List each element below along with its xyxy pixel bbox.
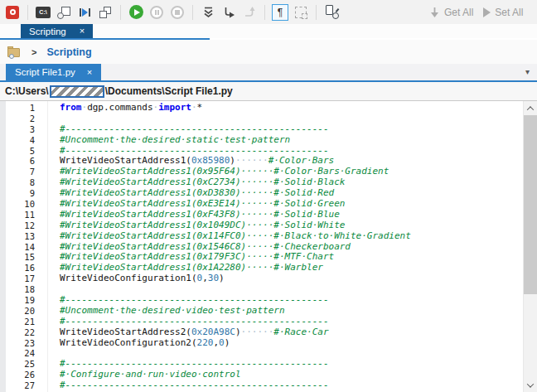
step-out-button[interactable] — [241, 3, 258, 22]
line-number: 2 — [0, 114, 35, 124]
new-window-button[interactable] — [97, 3, 114, 22]
step-over-button[interactable] — [220, 3, 237, 22]
tab-script-file[interactable]: Script File1.py × — [6, 64, 101, 80]
line-number: 26 — [0, 370, 35, 380]
step-over-icon — [222, 6, 235, 18]
line-number: 12 — [0, 220, 35, 231]
tab-scripting[interactable]: Scripting × — [21, 24, 93, 38]
code-text: WriteVideoConfiguration2(220,0) — [60, 338, 230, 349]
code-text: from·dgp.commands·import·* — [60, 103, 202, 114]
close-icon[interactable]: × — [80, 27, 85, 36]
toolbar-separator — [120, 5, 121, 20]
line-number: 15 — [0, 252, 35, 263]
toolbar-separator — [316, 5, 317, 20]
find-in-document-icon — [325, 5, 339, 19]
code-line[interactable]: 17WriteVideoConfiguration1(0,30) — [0, 273, 523, 284]
run-button[interactable] — [128, 3, 144, 22]
line-number: 9 — [0, 188, 35, 199]
line-number: 4 — [0, 135, 35, 146]
toolbar-separator — [192, 5, 193, 20]
redacted-username — [50, 85, 104, 98]
chevron-down-icon — [527, 380, 534, 387]
double-down-chevron-icon — [202, 6, 215, 18]
file-path-bar: C:\Users\ \Documents\Script File1.py — [0, 82, 537, 100]
step-into-button[interactable] — [200, 3, 216, 22]
dashed-grid-icon — [295, 7, 307, 18]
line-number: 5 — [0, 146, 35, 157]
close-icon[interactable]: × — [87, 68, 92, 77]
line-number: 23 — [0, 338, 35, 349]
file-tab-strip: Script File1.py × ▾ — [0, 64, 537, 80]
toolbar-separator — [264, 5, 265, 20]
cascade-windows-icon — [99, 6, 112, 19]
tab-script-file-label: Script File1.py — [15, 67, 75, 77]
window-clock-icon — [57, 6, 70, 19]
record-button[interactable] — [4, 3, 21, 22]
breadcrumb-item-scripting[interactable]: Scripting — [46, 46, 91, 58]
line-number: 13 — [0, 231, 35, 242]
get-all-button[interactable]: Get All — [429, 7, 473, 18]
box-selection-button[interactable] — [293, 3, 309, 22]
tab-overflow-caret-icon[interactable]: ▾ — [525, 67, 530, 76]
line-number: 21 — [0, 317, 35, 327]
code-line[interactable]: 23WriteVideoConfiguration2(220,0) — [0, 338, 523, 349]
script-history-button[interactable] — [56, 3, 72, 22]
play-triangle-icon — [483, 7, 491, 17]
stop-icon — [171, 6, 184, 19]
document-tab-strip: Scripting × — [0, 24, 537, 38]
code-editor[interactable]: 1from·dgp.commands·import·*23#----------… — [0, 100, 537, 392]
chevron-up-icon — [527, 106, 534, 113]
scrollbar-thumb[interactable] — [524, 115, 537, 294]
line-number: 14 — [0, 242, 35, 253]
stop-button[interactable] — [169, 3, 186, 22]
line-number: 11 — [0, 210, 35, 220]
line-number: 24 — [0, 348, 35, 359]
folder-search-icon[interactable] — [7, 46, 22, 58]
main-toolbar: C:\ — [0, 0, 537, 24]
pause-icon — [150, 6, 163, 19]
code-line[interactable]: 27#-------------------------------------… — [0, 380, 523, 391]
code-lines: 1from·dgp.commands·import·*23#----------… — [0, 103, 523, 391]
show-whitespace-toggle[interactable]: ¶ — [272, 4, 288, 21]
step-out-icon — [243, 6, 256, 18]
set-all-button[interactable]: Set All — [483, 7, 523, 18]
code-text: WriteVideoConfiguration1(0,30) — [60, 273, 225, 284]
download-arrow-icon — [429, 7, 440, 18]
vertical-scrollbar[interactable] — [523, 101, 537, 392]
find-button[interactable] — [323, 3, 340, 22]
file-path-prefix: C:\Users\ — [5, 85, 49, 97]
pause-button[interactable] — [148, 3, 165, 22]
line-number: 17 — [0, 273, 35, 284]
line-number: 6 — [0, 156, 35, 167]
set-all-label: Set All — [495, 7, 523, 18]
line-number: 27 — [0, 380, 35, 391]
line-number: 18 — [0, 284, 35, 295]
line-number: 1 — [0, 103, 35, 114]
line-number: 25 — [0, 359, 35, 370]
line-number: 19 — [0, 295, 35, 306]
line-number: 20 — [0, 306, 35, 317]
scroll-down-button[interactable] — [524, 378, 537, 392]
line-number: 8 — [0, 177, 35, 188]
console-button[interactable]: C:\ — [35, 3, 51, 22]
line-number: 7 — [0, 167, 35, 177]
file-path-suffix: \Documents\Script File1.py — [105, 85, 233, 97]
code-line[interactable]: 1from·dgp.commands·import·* — [0, 103, 523, 114]
scroll-up-button[interactable] — [524, 101, 537, 115]
chevron-right-icon: > — [31, 47, 36, 57]
breadcrumb: > Scripting — [0, 40, 537, 64]
console-icon: C:\ — [36, 7, 51, 18]
record-icon — [6, 6, 19, 19]
play-icon — [129, 5, 143, 19]
code-text: #---------------------------------------… — [60, 380, 329, 391]
pilcrow-icon: ¶ — [278, 7, 283, 18]
line-number: 22 — [0, 327, 35, 338]
line-number: 16 — [0, 263, 35, 273]
line-number: 3 — [0, 124, 35, 135]
toolbar-right-group: Get All Set All — [429, 0, 523, 24]
toolbar-separator — [27, 5, 28, 20]
get-all-label: Get All — [444, 7, 473, 18]
run-to-line-button[interactable] — [76, 3, 93, 22]
tab-scripting-label: Scripting — [29, 27, 66, 36]
line-number: 10 — [0, 199, 35, 210]
